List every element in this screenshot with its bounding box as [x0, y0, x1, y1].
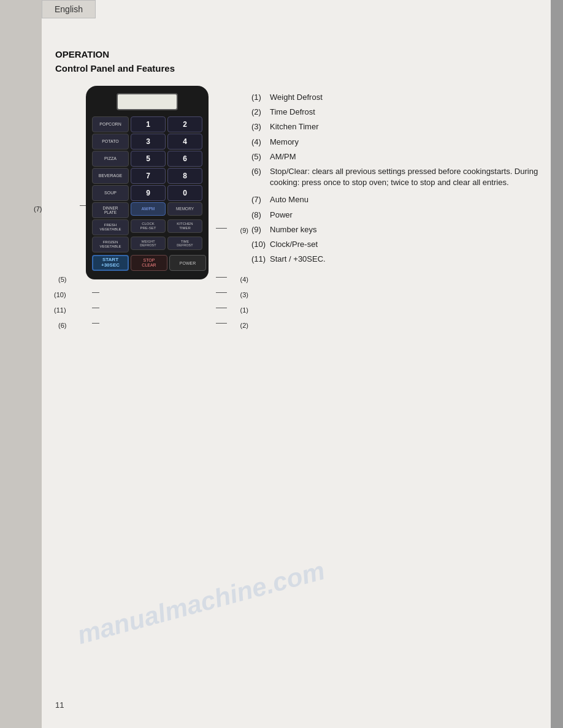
- btn-7[interactable]: 7: [131, 168, 166, 184]
- microwave-panel: POPCORN 1 2 POTATO 3 4 PIZZA: [86, 86, 209, 279]
- btn-8[interactable]: 8: [167, 168, 202, 184]
- btn-weight-defrost[interactable]: WEIGHTDEFROST: [131, 237, 166, 250]
- feature-4: (4) Memory: [251, 137, 542, 148]
- diagram-area: (7) (5) (10) (11) (6) (9) (4) (3) (1): [55, 86, 542, 343]
- row-popcorn: POPCORN 1 2: [92, 116, 202, 132]
- feature-text-5: AM/PM: [270, 151, 296, 162]
- feature-text-11: Start / +30SEC.: [270, 254, 326, 265]
- btn-clock-preset[interactable]: CLOCKPRE-SET: [131, 219, 166, 233]
- feature-text-10: Clock/Pre-set: [270, 239, 318, 250]
- btn-power[interactable]: POWER: [169, 255, 206, 271]
- subsection-title: Control Panel and Features: [55, 63, 542, 74]
- feature-num-8: (8): [251, 210, 270, 221]
- btn-5[interactable]: 5: [131, 151, 166, 167]
- btn-1[interactable]: 1: [131, 116, 166, 132]
- btn-memory[interactable]: MEMORY: [167, 202, 202, 216]
- row-fresh-veg: FRESHVEGETABLE CLOCKPRE-SET KITCHENTIMER: [92, 219, 202, 235]
- btn-start[interactable]: START+30SEC: [92, 255, 129, 271]
- callout-10: (10): [54, 291, 66, 298]
- feature-5: (5) AM/PM: [251, 151, 542, 162]
- row-dinner: DINNERPLATE AM/PM MEMORY: [92, 202, 202, 218]
- line-3: [216, 292, 227, 293]
- feature-6: (6) Stop/Clear: clears all previous sett…: [251, 166, 542, 188]
- callout-2: (2): [240, 322, 248, 329]
- callout-11: (11): [54, 306, 66, 314]
- btn-9[interactable]: 9: [131, 185, 166, 201]
- feature-8: (8) Power: [251, 210, 542, 221]
- callout-5: (5): [58, 276, 66, 283]
- btn-dinner-plate[interactable]: DINNERPLATE: [92, 202, 129, 218]
- btn-3[interactable]: 3: [131, 134, 166, 150]
- feature-num-2: (2): [251, 107, 270, 118]
- feature-7: (7) Auto Menu: [251, 194, 542, 205]
- line-2: [216, 323, 227, 324]
- row-frozen-veg: FROZENVEGETABLE WEIGHTDEFROST TIMEDEFROS…: [92, 237, 202, 252]
- btn-6[interactable]: 6: [167, 151, 202, 167]
- callout-4: (4): [240, 276, 248, 283]
- feature-text-4: Memory: [270, 137, 299, 148]
- section-title: OPERATION: [55, 49, 542, 59]
- feature-num-6: (6): [251, 166, 270, 188]
- feature-num-4: (4): [251, 137, 270, 148]
- callout-7: (7): [34, 205, 42, 213]
- line-1: [216, 308, 227, 308]
- btn-2[interactable]: 2: [167, 116, 202, 132]
- btn-frozen-veg[interactable]: FROZENVEGETABLE: [92, 237, 129, 252]
- panel-container: (7) (5) (10) (11) (6) (9) (4) (3) (1): [86, 86, 233, 343]
- row-beverage: BEVERAGE 7 8: [92, 168, 202, 184]
- btn-4[interactable]: 4: [167, 134, 202, 150]
- feature-text-9: Number keys: [270, 224, 317, 235]
- line-4: [216, 277, 227, 278]
- btn-potato[interactable]: POTATO: [92, 134, 129, 150]
- btn-time-defrost[interactable]: TIMEDEFROST: [167, 237, 202, 250]
- feature-9: (9) Number keys: [251, 224, 542, 235]
- feature-11: (11) Start / +30SEC.: [251, 254, 542, 265]
- feature-num-9: (9): [251, 224, 270, 235]
- feature-text-8: Power: [270, 210, 293, 221]
- feature-text-6: Stop/Clear: clears all previous settings…: [270, 166, 542, 188]
- feature-num-3: (3): [251, 121, 270, 132]
- line-10: [92, 292, 99, 293]
- line-6: [92, 323, 99, 324]
- feature-text-2: Time Defrost: [270, 107, 315, 118]
- feature-num-1: (1): [251, 92, 270, 103]
- page: English OPERATION Control Panel and Feat…: [0, 0, 563, 728]
- btn-popcorn[interactable]: POPCORN: [92, 116, 129, 132]
- callout-3: (3): [240, 291, 248, 298]
- callout-1: (1): [240, 306, 248, 314]
- feature-text-1: Weight Defrost: [270, 92, 323, 103]
- btn-kitchen-timer[interactable]: KITCHENTIMER: [167, 219, 202, 233]
- feature-num-5: (5): [251, 151, 270, 162]
- btn-soup[interactable]: SOUP: [92, 185, 129, 201]
- btn-0[interactable]: 0: [167, 185, 202, 201]
- btn-pizza[interactable]: PIZZA: [92, 151, 129, 167]
- feature-num-10: (10): [251, 239, 270, 250]
- feature-1: (1) Weight Defrost: [251, 92, 542, 103]
- line-9: [216, 228, 227, 229]
- features-list: (1) Weight Defrost (2) Time Defrost (3) …: [233, 86, 542, 268]
- panel-rows: POPCORN 1 2 POTATO 3 4 PIZZA: [92, 116, 202, 271]
- row-potato: POTATO 3 4: [92, 134, 202, 150]
- language-tab: English: [42, 0, 96, 18]
- row-pizza: PIZZA 5 6: [92, 151, 202, 167]
- feature-2: (2) Time Defrost: [251, 107, 542, 118]
- feature-3: (3) Kitchen Timer: [251, 121, 542, 132]
- content-area: OPERATION Control Panel and Features (7)…: [55, 49, 542, 343]
- feature-num-11: (11): [251, 254, 270, 265]
- page-number: 11: [55, 700, 64, 710]
- callout-9: (9): [240, 227, 248, 234]
- btn-fresh-veg[interactable]: FRESHVEGETABLE: [92, 219, 129, 235]
- btn-beverage[interactable]: BEVERAGE: [92, 168, 129, 184]
- row-soup: SOUP 9 0: [92, 185, 202, 201]
- watermark: manualmachine.com: [74, 556, 328, 650]
- tab-label: English: [55, 4, 83, 14]
- btn-ampm[interactable]: AM/PM: [131, 202, 166, 216]
- display-screen: [117, 93, 178, 110]
- feature-text-7: Auto Menu: [270, 194, 308, 205]
- feature-text-3: Kitchen Timer: [270, 121, 318, 132]
- feature-num-7: (7): [251, 194, 270, 205]
- feature-10: (10) Clock/Pre-set: [251, 239, 542, 250]
- callout-6: (6): [58, 322, 66, 329]
- row-control: START+30SEC STOPCLEAR POWER: [92, 255, 202, 271]
- btn-stop-clear[interactable]: STOPCLEAR: [131, 255, 167, 271]
